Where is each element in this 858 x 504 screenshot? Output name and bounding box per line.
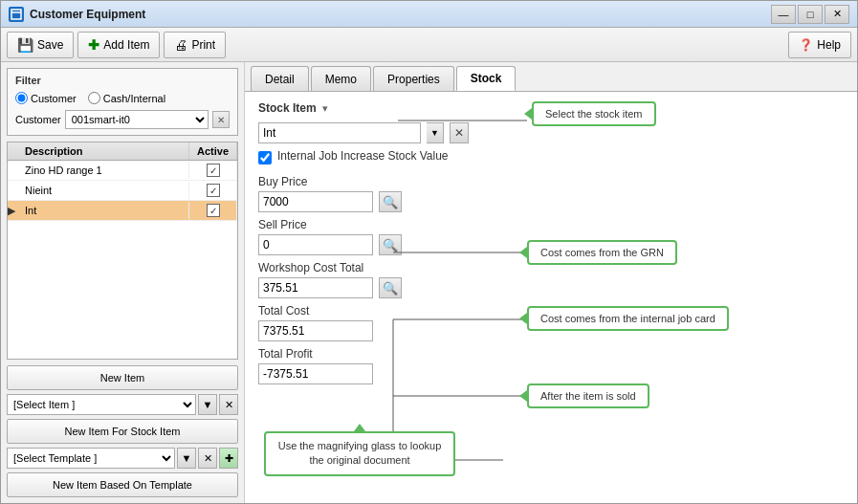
row-active	[189, 161, 237, 180]
tab-memo[interactable]: Memo	[311, 66, 371, 91]
cash-internal-radio-label[interactable]: Cash/Internal	[88, 92, 165, 104]
select-item-dropdown[interactable]: [Select Item ]	[7, 394, 196, 415]
items-table: Description Active Zino HD range 1 Niein…	[7, 142, 238, 360]
right-panel: Detail Memo Properties Stock Stock Item …	[245, 62, 857, 503]
maximize-button[interactable]: □	[798, 5, 823, 24]
select-template-dropdown[interactable]: [Select Template ]	[7, 448, 175, 469]
checkbox-row: Internal Job Increase Stock Value	[258, 149, 844, 165]
left-panel: Filter Customer Cash/Internal Customer 0…	[1, 62, 245, 503]
clear-customer-button[interactable]: ✕	[212, 111, 230, 128]
active-checkbox	[207, 164, 220, 177]
customer-radio-label[interactable]: Customer	[15, 92, 77, 104]
total-profit-input[interactable]	[258, 363, 373, 384]
stock-item-asterisk: ▾	[322, 102, 328, 115]
cash-internal-radio[interactable]	[88, 92, 100, 104]
add-icon: ✚	[88, 37, 99, 53]
stock-item-label: Stock Item	[258, 101, 317, 115]
annotation-magnifying-glass: Use the magnifying glass to lookup the o…	[264, 431, 455, 476]
radio-row: Customer Cash/Internal	[15, 92, 230, 104]
row-active	[189, 201, 237, 220]
tab-detail[interactable]: Detail	[251, 66, 309, 91]
row-description: Zino HD range 1	[19, 162, 189, 179]
save-button[interactable]: 💾 Save	[7, 32, 74, 58]
main-window: Customer Equipment — □ ✕ 💾 Save ✚ Add It…	[0, 0, 858, 504]
workshop-cost-input[interactable]	[258, 277, 373, 298]
workshop-cost-lookup-btn[interactable]: 🔍	[379, 277, 402, 298]
help-button[interactable]: ❓ Help	[788, 32, 851, 58]
row-active	[189, 181, 237, 200]
stock-tab-content: Stock Item ▾ ▼ ✕ Internal Job Increase S…	[245, 92, 857, 503]
select-item-dropdown-btn[interactable]: ▼	[198, 394, 217, 415]
col-active-header: Active	[189, 142, 237, 160]
new-item-for-stock-button[interactable]: New Item For Stock Item	[7, 419, 238, 444]
add-template-btn[interactable]: ✚	[219, 448, 238, 469]
svg-rect-0	[11, 10, 21, 19]
toolbar: 💾 Save ✚ Add Item 🖨 Print ❓ Help	[1, 28, 857, 62]
stock-item-input[interactable]	[258, 122, 421, 143]
window-controls: — □ ✕	[771, 5, 849, 24]
customer-label: Customer	[15, 114, 61, 125]
add-item-button[interactable]: ✚ Add Item	[77, 32, 160, 58]
clear-select-item-btn[interactable]: ✕	[219, 394, 238, 415]
total-cost-input[interactable]	[258, 320, 373, 341]
select-template-dropdown-btn[interactable]: ▼	[177, 448, 196, 469]
table-row[interactable]: ▶ Int	[8, 201, 237, 221]
col-description-header: Description	[19, 142, 189, 160]
table-header: Description Active	[8, 142, 237, 161]
sell-price-label: Sell Price	[258, 218, 844, 231]
app-icon	[9, 7, 24, 22]
window-title: Customer Equipment	[30, 8, 771, 21]
total-profit-label: Total Profit	[258, 347, 844, 361]
internal-job-label: Internal Job Increase Stock Value	[277, 149, 449, 163]
select-template-row: [Select Template ] ▼ ✕ ✚	[7, 448, 238, 469]
buy-price-input[interactable]	[258, 191, 373, 212]
active-checkbox	[207, 204, 220, 217]
sell-price-lookup-btn[interactable]: 🔍	[379, 234, 402, 255]
total-profit-row	[258, 363, 844, 384]
title-bar: Customer Equipment — □ ✕	[1, 1, 857, 28]
buy-price-label: Buy Price	[258, 175, 844, 188]
buy-price-lookup-btn[interactable]: 🔍	[379, 191, 402, 212]
workshop-cost-row: 🔍	[258, 277, 844, 298]
main-content: Filter Customer Cash/Internal Customer 0…	[1, 62, 857, 503]
select-item-row: [Select Item ] ▼ ✕	[7, 394, 238, 415]
new-item-based-on-template-button[interactable]: New Item Based On Template	[7, 472, 238, 497]
stock-item-dropdown-btn[interactable]: ▼	[427, 122, 444, 143]
new-item-button[interactable]: New Item	[7, 365, 238, 390]
customer-dropdown[interactable]: 001smart-it0	[65, 110, 209, 129]
tabs: Detail Memo Properties Stock	[245, 62, 857, 92]
buy-price-row: 🔍	[258, 191, 844, 212]
stock-item-field-row: ▼ ✕	[258, 122, 844, 143]
table-row[interactable]: Nieint	[8, 181, 237, 201]
help-icon: ❓	[799, 38, 813, 52]
total-cost-row	[258, 320, 844, 341]
active-checkbox	[207, 184, 220, 197]
tab-stock[interactable]: Stock	[456, 66, 517, 91]
filter-title: Filter	[15, 75, 230, 86]
customer-row: Customer 001smart-it0 ✕	[15, 110, 230, 129]
stock-item-clear-btn[interactable]: ✕	[450, 122, 469, 143]
annotation-after-sold: After the item is sold	[527, 383, 649, 408]
internal-job-checkbox[interactable]	[258, 151, 272, 164]
minimize-button[interactable]: —	[771, 5, 796, 24]
print-icon: 🖨	[174, 37, 187, 53]
save-icon: 💾	[17, 37, 33, 53]
bottom-controls: New Item [Select Item ] ▼ ✕ New Item For…	[7, 365, 238, 497]
row-description: Int	[19, 202, 189, 219]
print-button[interactable]: 🖨 Print	[164, 32, 226, 58]
clear-template-btn[interactable]: ✕	[198, 448, 217, 469]
table-row[interactable]: Zino HD range 1	[8, 161, 237, 181]
workshop-cost-label: Workshop Cost Total	[258, 261, 844, 274]
close-button[interactable]: ✕	[825, 5, 849, 24]
tab-properties[interactable]: Properties	[373, 66, 454, 91]
customer-radio[interactable]	[15, 92, 28, 104]
filter-group: Filter Customer Cash/Internal Customer 0…	[7, 68, 238, 136]
total-cost-label: Total Cost	[258, 304, 844, 318]
row-description: Nieint	[19, 182, 189, 199]
stock-item-row: Stock Item ▾	[258, 101, 844, 115]
sell-price-row: 🔍	[258, 234, 844, 255]
sell-price-input[interactable]	[258, 234, 373, 255]
